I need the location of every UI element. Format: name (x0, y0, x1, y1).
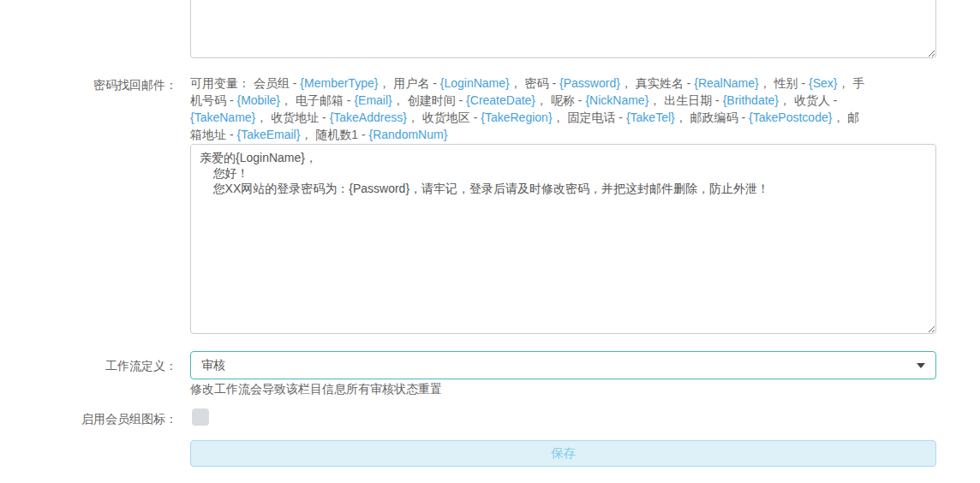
password-email-body-textarea[interactable] (190, 144, 936, 334)
template-variable-token: {TakeTel} (626, 110, 675, 124)
workflow-selected-value: 审核 (201, 358, 225, 373)
template-variable-token: {TakeRegion} (481, 110, 552, 124)
template-variable-token: {Brithdate} (723, 93, 779, 107)
template-variable-token: {TakeAddress} (330, 110, 407, 124)
password-email-label: 密码找回邮件： (0, 77, 177, 92)
workflow-label: 工作流定义： (0, 358, 177, 373)
workflow-help-text: 修改工作流会导致该栏目信息所有审核状态重置 (190, 381, 442, 397)
template-variable-token: {NickName} (585, 93, 648, 107)
template-variable-token: {MemberType} (300, 76, 378, 90)
chevron-down-icon (917, 363, 925, 368)
top-template-textarea[interactable] (190, 0, 936, 58)
save-button[interactable]: 保存 (190, 440, 936, 467)
template-variable-token: {Mobile} (236, 93, 280, 107)
template-variable-token: {TakeEmail} (236, 128, 300, 141)
template-variable-token: {TakeName} (190, 110, 255, 124)
member-group-icon-checkbox[interactable] (192, 408, 209, 426)
template-variable-token: {TakePostcode} (749, 110, 832, 124)
workflow-select[interactable]: 审核 (190, 351, 936, 379)
template-variable-token: {Sex} (809, 76, 837, 90)
settings-form: 密码找回邮件： 可用变量： 会员组 - {MemberType}， 用户名 - … (0, 0, 980, 483)
template-variable-token: {LoginName} (440, 76, 510, 90)
template-variable-token: {RealName} (694, 76, 759, 90)
template-variable-token: {RandomNum} (369, 128, 448, 141)
template-variable-token: {Email} (354, 93, 391, 107)
template-variable-token: {Password} (559, 76, 620, 90)
template-variable-token: {CreateDate} (466, 93, 535, 107)
member-group-icon-label: 启用会员组图标： (0, 411, 177, 426)
available-variables-help: 可用变量： 会员组 - {MemberType}， 用户名 - {LoginNa… (190, 75, 869, 143)
